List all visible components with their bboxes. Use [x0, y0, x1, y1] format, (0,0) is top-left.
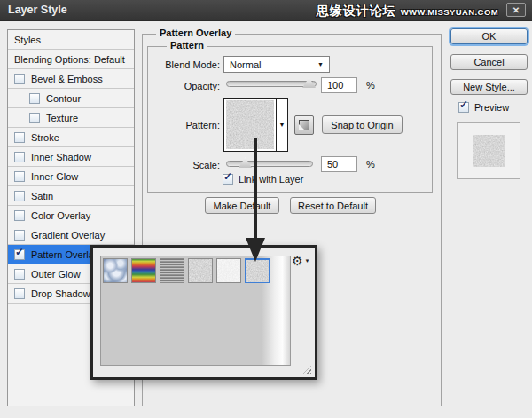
- chevron-down-icon: ▼: [317, 61, 324, 67]
- fine-noise-pattern-image: [246, 260, 269, 282]
- scale-unit: %: [366, 159, 375, 170]
- sidebar-item-label: Stroke: [31, 132, 59, 143]
- opacity-unit: %: [366, 80, 375, 91]
- checkbox-pattern-overlay[interactable]: ✓: [14, 249, 25, 260]
- menu-arrow-icon: ▼: [305, 258, 310, 264]
- woven-pattern-image: [160, 259, 184, 282]
- styles-header-label: Styles: [14, 35, 41, 45]
- new-pattern-button[interactable]: [294, 115, 314, 135]
- checkbox-inner-shadow[interactable]: [14, 152, 25, 162]
- light-noise-pattern-image: [217, 259, 240, 282]
- pattern-thumb-gray-noise[interactable]: [188, 258, 213, 283]
- ok-button[interactable]: OK: [450, 28, 528, 44]
- reset-to-default-button[interactable]: Reset to Default: [290, 197, 376, 214]
- styles-header[interactable]: Styles: [8, 30, 134, 50]
- new-style-button[interactable]: New Style...: [450, 79, 528, 95]
- sidebar-item-label: Outer Glow: [31, 269, 81, 280]
- preview-checkbox[interactable]: ✓: [458, 102, 469, 113]
- blend-mode-dropdown[interactable]: Normal ▼: [223, 56, 330, 73]
- pattern-list[interactable]: [100, 256, 291, 366]
- sidebar-item-contour[interactable]: Contour: [8, 89, 134, 108]
- close-icon[interactable]: ✕: [506, 3, 526, 17]
- scale-value: 50: [327, 159, 338, 170]
- checkbox-stroke[interactable]: [14, 132, 25, 143]
- new-preset-icon: [299, 120, 309, 130]
- watermark: 思缘设计论坛 WWW.MISSYUAN.COM: [317, 3, 498, 20]
- preview-row[interactable]: ✓ Preview: [458, 102, 509, 113]
- pattern-section-title: Pattern: [167, 40, 207, 51]
- opacity-input[interactable]: 100: [321, 77, 357, 93]
- picker-menu-button[interactable]: ⚙ ▼: [292, 254, 310, 268]
- scale-slider-track[interactable]: [226, 161, 313, 167]
- watermark-site-url: WWW.MISSYUAN.COM: [401, 7, 498, 17]
- scale-input[interactable]: 50: [321, 156, 357, 172]
- sidebar-item-texture[interactable]: Texture: [8, 108, 134, 128]
- preview-label: Preview: [474, 102, 509, 113]
- gear-icon: ⚙: [292, 254, 303, 268]
- checkbox-inner-glow[interactable]: [14, 171, 25, 182]
- sidebar-item-label: Color Overlay: [31, 210, 90, 221]
- checkbox-outer-glow[interactable]: [14, 269, 25, 280]
- sidebar-item-blending-options[interactable]: Blending Options: Default: [8, 50, 134, 69]
- annotation-arrow-line: [254, 138, 257, 240]
- scale-label: Scale:: [147, 160, 220, 170]
- sidebar-item-label: Satin: [31, 191, 53, 201]
- sidebar-item-label: Texture: [46, 113, 78, 123]
- sidebar-item-satin[interactable]: Satin: [8, 186, 134, 206]
- checkbox-drop-shadow[interactable]: [14, 288, 25, 299]
- pattern-thumb-woven[interactable]: [160, 258, 184, 283]
- pattern-swatch-dropdown[interactable]: ▼: [276, 99, 287, 151]
- preview-noise-image: [473, 135, 505, 167]
- sidebar-item-bevel-emboss[interactable]: Bevel & Emboss: [8, 69, 134, 89]
- checkbox-satin[interactable]: [14, 191, 25, 201]
- blend-mode-label: Blend Mode:: [147, 59, 220, 70]
- sidebar-item-label: Drop Shadow: [31, 288, 90, 299]
- pattern-thumb-bubbles[interactable]: [103, 258, 128, 283]
- link-with-layer-row[interactable]: ✓ Link with Layer: [223, 174, 303, 185]
- sidebar-item-gradient-overlay[interactable]: Gradient Overlay: [8, 225, 134, 245]
- check-icon: ✓: [223, 171, 232, 182]
- gray-noise-pattern-image: [189, 259, 212, 282]
- sidebar-item-stroke[interactable]: Stroke: [8, 128, 134, 147]
- make-default-button[interactable]: Make Default: [205, 197, 279, 214]
- check-icon: ✓: [459, 99, 468, 110]
- sidebar-item-color-overlay[interactable]: Color Overlay: [8, 206, 134, 225]
- pattern-thumb-light-noise[interactable]: [216, 258, 241, 283]
- checkbox-color-overlay[interactable]: [14, 210, 25, 221]
- pattern-label: Pattern:: [147, 120, 220, 130]
- pattern-picker-popup: ⚙ ▼: [90, 245, 317, 380]
- resize-grip[interactable]: [303, 366, 311, 374]
- checkbox-gradient-overlay[interactable]: [14, 230, 25, 241]
- sidebar-item-label: Inner Shadow: [31, 152, 91, 162]
- sidebar-item-label: Contour: [46, 93, 81, 104]
- watermark-site-name: 思缘设计论坛: [317, 4, 396, 20]
- opacity-value: 100: [327, 80, 343, 91]
- style-preview-thumbnail: [457, 122, 520, 179]
- sidebar-item-label: Inner Glow: [31, 171, 78, 182]
- opacity-slider-track[interactable]: [226, 81, 317, 87]
- link-with-layer-label: Link with Layer: [239, 174, 303, 185]
- snap-to-origin-button[interactable]: Snap to Origin: [322, 115, 403, 134]
- sidebar-item-label: Blending Options: Default: [14, 54, 125, 65]
- check-icon: ✓: [15, 247, 24, 257]
- chevron-down-icon: ▼: [279, 122, 286, 128]
- sidebar-item-label: Pattern Overlay: [31, 249, 98, 260]
- opacity-label: Opacity:: [147, 81, 220, 91]
- sidebar-item-inner-glow[interactable]: Inner Glow: [8, 167, 134, 186]
- checkbox-contour[interactable]: [29, 93, 40, 104]
- checkbox-bevel-emboss[interactable]: [14, 74, 25, 84]
- sidebar-item-inner-shadow[interactable]: Inner Shadow: [8, 147, 134, 167]
- layer-style-dialog: Layer Style 思缘设计论坛 WWW.MISSYUAN.COM ✕ St…: [0, 0, 532, 418]
- link-with-layer-checkbox[interactable]: ✓: [223, 174, 233, 185]
- pattern-thumb-tie-dye[interactable]: [131, 258, 156, 283]
- pattern-overlay-group-title: Pattern Overlay: [156, 28, 235, 39]
- checkbox-texture[interactable]: [29, 113, 40, 123]
- pattern-thumb-fine-noise-selected[interactable]: [245, 258, 270, 283]
- sidebar-item-label: Bevel & Emboss: [31, 74, 103, 84]
- dialog-title: Layer Style: [8, 4, 67, 16]
- bubbles-pattern-image: [104, 259, 127, 282]
- title-bar[interactable]: Layer Style 思缘设计论坛 WWW.MISSYUAN.COM ✕: [0, 0, 532, 21]
- blend-mode-value: Normal: [230, 59, 261, 70]
- cancel-button[interactable]: Cancel: [450, 54, 528, 70]
- tie-dye-pattern-image: [132, 259, 155, 282]
